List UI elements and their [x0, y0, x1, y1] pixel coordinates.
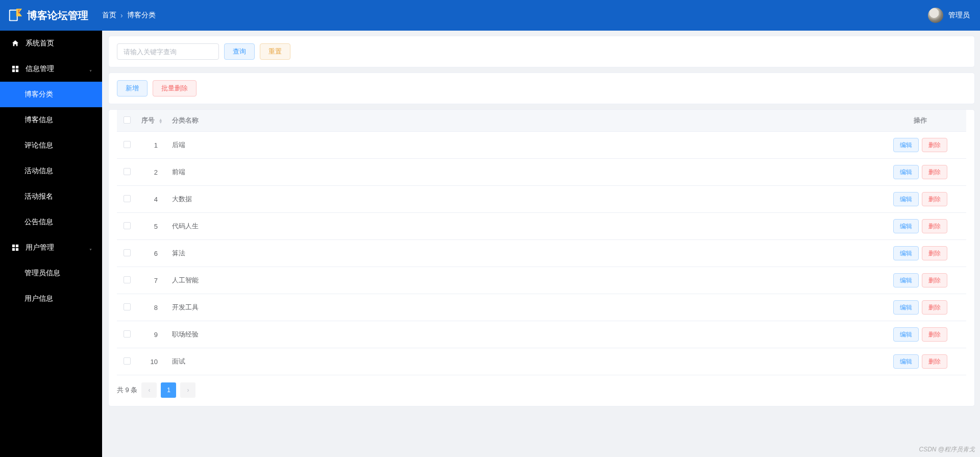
sidebar-group-user[interactable]: 用户管理 ˄	[0, 235, 102, 260]
edit-button[interactable]: 编辑	[893, 246, 919, 260]
pagination: 共 9 条 ‹ 1 ›	[117, 382, 966, 398]
table-row: 1后端编辑删除	[117, 132, 966, 159]
svg-rect-9	[16, 248, 18, 251]
sidebar-subitem[interactable]: 用户信息	[0, 286, 102, 311]
batch-delete-button[interactable]: 批量删除	[153, 80, 197, 97]
user-name: 管理员	[948, 11, 970, 20]
select-all-checkbox[interactable]	[124, 116, 131, 124]
edit-button[interactable]: 编辑	[893, 300, 919, 315]
cell-name: 算法	[168, 240, 874, 267]
logo-icon	[8, 8, 23, 23]
avatar	[928, 8, 943, 23]
delete-button[interactable]: 删除	[922, 192, 947, 206]
chevron-up-icon: ˄	[89, 245, 92, 251]
col-index[interactable]: 序号 ▲▼	[137, 110, 168, 132]
sidebar-group-info[interactable]: 信息管理 ˄	[0, 56, 102, 82]
cell-index: 6	[137, 240, 168, 267]
sidebar-label: 系统首页	[26, 39, 54, 48]
cell-index: 10	[137, 348, 168, 375]
svg-rect-7	[16, 245, 18, 247]
sort-icon: ▲▼	[159, 118, 163, 124]
delete-button[interactable]: 删除	[922, 138, 947, 152]
page-number-button[interactable]: 1	[161, 382, 176, 398]
delete-button[interactable]: 删除	[922, 354, 947, 369]
table-row: 6算法编辑删除	[117, 240, 966, 267]
col-name: 分类名称	[168, 110, 874, 132]
delete-button[interactable]: 删除	[922, 246, 947, 260]
sidebar-label: 用户管理	[26, 243, 54, 252]
search-input[interactable]	[117, 43, 219, 60]
edit-button[interactable]: 编辑	[893, 219, 919, 233]
row-checkbox[interactable]	[124, 249, 131, 256]
cell-name: 后端	[168, 132, 874, 159]
next-page-button[interactable]: ›	[180, 382, 195, 398]
user-menu[interactable]: 管理员	[928, 8, 970, 23]
grid-icon	[10, 65, 20, 73]
chevron-up-icon: ˄	[89, 66, 92, 72]
cell-name: 前端	[168, 159, 874, 186]
grid-icon	[10, 244, 20, 251]
table-row: 8开发工具编辑删除	[117, 294, 966, 321]
edit-button[interactable]: 编辑	[893, 327, 919, 342]
edit-button[interactable]: 编辑	[893, 138, 919, 152]
row-checkbox[interactable]	[124, 357, 131, 365]
sidebar-subitem[interactable]: 公告信息	[0, 209, 102, 235]
table-row: 7人工智能编辑删除	[117, 267, 966, 294]
row-checkbox[interactable]	[124, 195, 131, 202]
row-checkbox[interactable]	[124, 222, 131, 229]
cell-index: 1	[137, 132, 168, 159]
header-bar: 博客论坛管理 首页 › 博客分类 管理员	[0, 0, 980, 31]
table-row: 9职场经验编辑删除	[117, 321, 966, 348]
watermark: CSDN @程序员青戈	[919, 445, 975, 454]
table-row: 10面试编辑删除	[117, 348, 966, 375]
chevron-right-icon: ›	[120, 11, 123, 19]
home-icon	[10, 40, 20, 47]
content: 查询 重置 新增 批量删除 序号 ▲▼ 分类名称 操作	[102, 31, 980, 457]
table-row: 2前端编辑删除	[117, 159, 966, 186]
delete-button[interactable]: 删除	[922, 300, 947, 315]
row-checkbox[interactable]	[124, 330, 131, 338]
row-checkbox[interactable]	[124, 303, 131, 310]
cell-name: 大数据	[168, 186, 874, 213]
row-checkbox[interactable]	[124, 276, 131, 283]
sidebar-subitem[interactable]: 活动信息	[0, 158, 102, 184]
cell-index: 5	[137, 213, 168, 240]
table-row: 4大数据编辑删除	[117, 186, 966, 213]
svg-rect-3	[16, 66, 18, 68]
row-checkbox[interactable]	[124, 168, 131, 175]
cell-name: 面试	[168, 348, 874, 375]
query-button[interactable]: 查询	[224, 43, 255, 60]
add-button[interactable]: 新增	[117, 80, 148, 97]
delete-button[interactable]: 删除	[922, 273, 947, 287]
svg-rect-1	[10, 11, 17, 20]
sidebar-subitem[interactable]: 活动报名	[0, 184, 102, 209]
sidebar-subitem[interactable]: 评论信息	[0, 133, 102, 158]
edit-button[interactable]: 编辑	[893, 192, 919, 206]
edit-button[interactable]: 编辑	[893, 273, 919, 287]
svg-rect-6	[12, 245, 15, 247]
sidebar-item-home[interactable]: 系统首页	[0, 31, 102, 56]
delete-button[interactable]: 删除	[922, 327, 947, 342]
svg-rect-5	[16, 69, 18, 72]
cell-name: 开发工具	[168, 294, 874, 321]
logo: 博客论坛管理	[8, 8, 102, 23]
breadcrumb-home[interactable]: 首页	[102, 11, 116, 20]
cell-index: 4	[137, 186, 168, 213]
table-card: 序号 ▲▼ 分类名称 操作 1后端编辑删除2前端编辑删除4大数据编辑删除5代码人…	[108, 109, 975, 406]
svg-rect-4	[12, 69, 15, 72]
reset-button[interactable]: 重置	[260, 43, 290, 60]
sidebar-subitem[interactable]: 管理员信息	[0, 260, 102, 286]
table-header-row: 序号 ▲▼ 分类名称 操作	[117, 110, 966, 132]
cell-index: 2	[137, 159, 168, 186]
total-text: 共 9 条	[117, 386, 137, 395]
prev-page-button[interactable]: ‹	[141, 382, 157, 398]
delete-button[interactable]: 删除	[922, 165, 947, 179]
cell-index: 8	[137, 294, 168, 321]
delete-button[interactable]: 删除	[922, 219, 947, 233]
sidebar-subitem[interactable]: 博客分类	[0, 82, 102, 107]
cell-name: 职场经验	[168, 321, 874, 348]
edit-button[interactable]: 编辑	[893, 354, 919, 369]
row-checkbox[interactable]	[124, 141, 131, 148]
sidebar-subitem[interactable]: 博客信息	[0, 107, 102, 133]
edit-button[interactable]: 编辑	[893, 165, 919, 179]
